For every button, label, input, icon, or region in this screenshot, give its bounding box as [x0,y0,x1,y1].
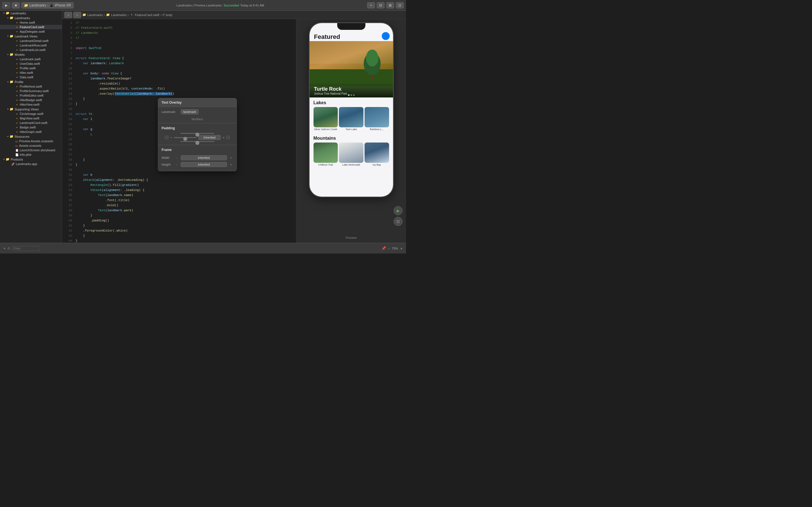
file-icon: 🗂 [15,140,18,143]
sidebar-item-profilehost.swift[interactable]: 🔸 ProfileHost.swift [0,84,62,89]
sidebar-item-launchscreen.storyboard[interactable]: 📋 LaunchScreen.storyboard [0,148,62,152]
width-minus[interactable]: - [174,156,179,160]
nav-back[interactable]: ‹ [64,12,72,18]
sidebar-item-hikegraph.swift[interactable]: 🔸 HikeGraph.swift [0,129,62,134]
layout-button-2[interactable]: ⊠ [386,2,394,8]
sidebar-item-label: ProfileEditor.swift [20,94,43,97]
preview-play-button[interactable]: ▶ [394,206,403,215]
padding-bottom-thumb[interactable] [195,141,199,145]
sidebar-item-landmarkrow.swift[interactable]: 🔸 LandmarkRow.swift [0,43,62,48]
code-line: 14 .aspectRatio(3/2, contentMode: .fit) [62,86,296,91]
zoom-plus[interactable]: + [400,246,403,251]
padding-top-slider[interactable] [181,133,214,134]
sidebar-item-landmarks[interactable]: ▾ 📁 Landmarks [0,15,62,20]
sidebar-item-profileeditor.swift[interactable]: 🔸 ProfileEditor.swift [0,93,62,98]
sidebar-item-landmark-views[interactable]: ▾ 📁 Landmark Views [0,34,62,39]
file-icon: 🔸 [15,58,18,61]
sidebar-item-landmarkdetail.swift[interactable]: 🔸 LandmarkDetail.swift [0,39,62,43]
add-file-icon[interactable]: + [3,246,6,250]
sidebar-item-label: Landmark Views [15,35,38,38]
sidebar-item-mapview.swift[interactable]: 🔸 MapView.swift [0,116,62,121]
mcdonald-photo [339,143,363,163]
sidebar-item-hikebadge.swift[interactable]: 🔸 HikeBadge.swift [0,98,62,102]
chilkoot-item[interactable]: Chilkoot Trail [313,143,338,166]
sidebar-item-circleimage.swift[interactable]: 🔸 CircleImage.swift [0,112,62,116]
sidebar-item-appdelegate.swift[interactable]: 🔸 AppDelegate.swift [0,29,62,34]
dot-3 [353,94,354,96]
padding-bottom-slider[interactable] [181,141,214,142]
height-minus[interactable]: - [174,163,179,167]
height-value[interactable]: inherited [181,162,227,167]
dot-1 [348,94,349,96]
sidebar-item-models[interactable]: ▾ 📁 Models [0,52,62,57]
pin-icon[interactable]: 📌 [382,246,386,250]
padding-plus[interactable]: + [222,135,225,140]
code-line: 5 [62,41,296,46]
sidebar-item-landmark.swift[interactable]: 🔸 Landmark.swift [0,57,62,61]
mcdonald-item[interactable]: Lake McDonald [339,143,363,166]
sidebar-item-profile.swift[interactable]: 🔸 Profile.swift [0,66,62,70]
scheme-selector[interactable]: 📁 Landmarks › 📱 iPhone XR [21,2,73,8]
sidebar-item-label: Preview Assets.xcassets [19,139,53,143]
sidebar-item-featurecard.swift[interactable]: 🔸 FeatureCard.swift [0,25,62,29]
height-plus[interactable]: + [229,163,233,167]
sidebar-item-hike.swift[interactable]: 🔸 Hike.swift [0,70,62,75]
folder-icon: 📁 [6,11,10,15]
nav-forward[interactable]: › [73,12,81,18]
sidebar-item-label: FeatureCard.swift [20,25,44,29]
layout-button-1[interactable]: ⊟ [377,2,385,8]
add-button[interactable]: + [367,2,375,8]
sidebar-item-landmarks.app[interactable]: 🚀 Landmarks.app [0,162,62,166]
sidebar-item-supporting-views[interactable]: ▾ 📁 Supporting Views [0,107,62,112]
code-line: 36 .font(.title) [62,198,296,203]
padding-h-thumb[interactable] [183,137,187,141]
profile-button[interactable]: 👤 [382,32,390,40]
padding-h-slider[interactable] [174,137,197,138]
sidebar-item-products[interactable]: ▾ 📁 Products [0,157,62,162]
preview-device-button[interactable]: ⊡ [394,217,403,226]
twin-lake-item[interactable]: Twin Lake [339,107,363,131]
bottom-toolbar: + ⚠ 📌 - 75% + [0,243,406,253]
sidebar-item-resources[interactable]: ▾ 📁 Resources [0,134,62,139]
folder-arrow-icon: ▾ [7,135,8,138]
sidebar-item-data.swift[interactable]: 🔸 Data.swift [0,75,62,79]
padding-top-thumb[interactable] [195,133,199,136]
sidebar-item-home.swift[interactable]: 🔸 Home.swift [0,20,62,25]
width-plus[interactable]: + [229,156,233,160]
sidebar-item-userdata.swift[interactable]: 🔸 UserData.swift [0,61,62,66]
folder-arrow-icon: ▾ [7,108,8,110]
code-line: 32 ZStack(alignment: .bottomLeading) { [62,177,296,182]
sidebar-item-hikeview.swift[interactable]: 🔸 HikeView.swift [0,102,62,107]
sidebar-item-profilesummary.swift[interactable]: 🔸 ProfileSummary.swift [0,89,62,93]
run-button[interactable]: ▶ [2,2,10,8]
sidebar-item-badge.swift[interactable]: 🔸 Badge.swift [0,125,62,129]
layout-button-3[interactable]: ⊡ [396,2,404,8]
folder-arrow-icon: ▾ [7,17,8,19]
path-sep1: › [104,13,105,17]
sidebar-item-info.plist[interactable]: 📄 Info.plist [0,152,62,157]
stop-button[interactable]: ■ [12,2,20,8]
filter-input[interactable] [12,246,40,251]
sidebar-item-landmarkcard.swift[interactable]: 🔸 LandmarkCard.swift [0,121,62,125]
icybay-item[interactable]: Icy Bay [364,143,389,166]
padding-checkbox-right[interactable] [226,136,230,139]
sidebar-item-preview-assets.xcassets[interactable]: 🗂 Preview Assets.xcassets [0,139,62,144]
sidebar-item-profile[interactable]: ▾ 📁 Profile [0,79,62,84]
sidebar-item-label: Landmarks [11,11,26,15]
sidebar-item-landmarks[interactable]: ▾ 📁 Landmarks [0,11,62,15]
rainbow-item[interactable]: Rainbow L... [364,107,389,131]
file-icon: 🔸 [15,48,18,52]
sidebar-item-label: Models [15,53,24,56]
sidebar-item-assets.xcassets[interactable]: 🗂 Assets.xcassets [0,144,62,148]
sidebar-item-label: Products [11,158,23,161]
zoom-minus[interactable]: - [388,246,390,251]
padding-minus[interactable]: − [170,135,172,140]
silver-salmon-item[interactable]: Silver Salmon Creek [313,107,338,131]
padding-checkbox[interactable] [165,136,168,139]
sidebar-item-landmarklist.swift[interactable]: 🔸 LandmarkList.swift [0,48,62,52]
file-icon: 🔸 [15,90,18,93]
path-sep2: › [128,13,129,17]
frame-section: Width - inherited + Height - inherited + [158,153,237,171]
width-value[interactable]: inherited [181,155,227,160]
app-content[interactable]: Featured 👤 [310,23,393,196]
